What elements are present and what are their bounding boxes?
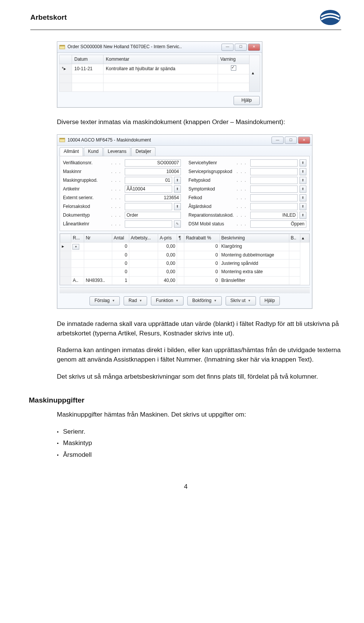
field-label: Reparationsstatuskod. [188,212,233,219]
col-header[interactable]: B.. [289,234,300,242]
col-kommentar[interactable]: Kommentar [104,55,218,64]
list-item: Årsmodell [57,450,341,460]
table-row[interactable]: ▸▾00,000Klargöring [60,242,309,251]
caret-down-icon: ▼ [139,299,142,303]
assist-lookup-icon[interactable]: ⬆ [300,212,306,219]
assist-lookup-icon[interactable]: ⬆ [174,177,181,184]
col-varning[interactable]: Varning [218,55,249,64]
field-input[interactable]: 01 [125,177,172,184]
vertical-scrollbar[interactable]: ▴ [300,234,309,242]
pencil-icon[interactable]: ✎ [174,220,181,228]
tab-detaljer[interactable]: Detaljer [131,147,155,156]
field-input[interactable]: ÅÅ10004 [125,186,172,193]
funktion-button[interactable]: Funktion▼ [151,296,184,305]
assist-lookup-icon[interactable]: ⬆ [300,159,306,167]
list-item: Maskintyp [57,439,341,448]
help-button[interactable]: Hjälp [234,96,260,105]
col-header[interactable]: Nr [84,234,112,242]
field-label: Externt serienr. [63,195,108,201]
tab-allmänt[interactable]: Allmänt [60,147,83,156]
comments-grid[interactable]: Datum Kommentar Varning ▴ *▸ 10-11-21 Ko… [59,55,260,92]
field-input[interactable]: Order [125,212,181,219]
window-icon [59,44,65,50]
col-datum[interactable]: Datum [72,55,104,64]
assist-lookup-icon[interactable]: ⬆ [300,168,306,175]
field-label: Låneartikelnr [63,221,108,227]
assist-lookup-icon[interactable]: ⬆ [300,203,306,210]
maximize-button[interactable]: ☐ [235,44,247,51]
field-label: Feltypskod [188,177,233,184]
field-input[interactable]: 10004 [125,168,181,175]
field-input[interactable]: Öppen [250,220,306,228]
form-row: Felkod. . .⬆ [188,194,306,201]
field-input[interactable]: SO000007 [125,159,181,167]
body-text: Diverse texter inmatas via maskindokumen… [57,118,341,127]
col-header[interactable]: Radrabatt % [184,234,220,242]
form-row: Maskingruppkod.. . .01⬆ [63,177,181,184]
field-label: Artikelnr [63,186,108,192]
table-row[interactable]: *▸ 10-11-21 Kontrollare att hjulbultar ä… [60,64,260,74]
minimize-button[interactable]: — [271,137,284,144]
minimize-button[interactable]: — [221,44,234,51]
col-header[interactable]: R... [71,234,84,242]
table-row[interactable]: 00,000Montering extra säte [60,268,309,276]
close-button[interactable]: ✕ [248,44,260,51]
col-header[interactable]: Beskrivning [220,234,289,242]
table-row[interactable] [60,83,260,91]
tab-leverans[interactable]: Leverans [104,147,130,156]
field-input[interactable] [250,203,298,210]
rad-button[interactable]: Rad▼ [124,296,147,305]
form-row: DSM Mobil status. . .Öppen [188,220,306,228]
dropdown-icon[interactable]: ▾ [72,244,79,250]
table-row[interactable]: A..NH8393..140,000Bränslefilter [60,276,309,285]
field-input[interactable]: INLED [250,212,298,219]
assist-lookup-icon[interactable]: ⬆ [300,194,306,201]
maximize-button[interactable]: ☐ [285,137,297,144]
form-row: Feltypskod. . .⬆ [188,177,306,184]
col-header[interactable]: ¶ [177,234,184,242]
field-input[interactable] [250,194,298,201]
field-label: Verifikationsnr. [63,160,108,166]
assist-lookup-icon[interactable]: ⬆ [174,203,181,210]
vertical-scrollbar[interactable]: ▴ [249,55,260,92]
skriv-ut-button[interactable]: Skriv ut▼ [226,296,256,305]
form-row: Verifikationsnr.. . .SO000007 [63,159,181,167]
list-item: Serienr. [57,427,341,437]
form-row: Reparationsstatuskod.. . .INLED⬆ [188,212,306,219]
field-label: Symptomkod [188,186,233,192]
table-row[interactable]: 00,000Montering dubbelmontage [60,251,309,259]
field-label: Maskingruppkod. [63,177,108,184]
field-input[interactable] [250,186,298,193]
hjälp-button[interactable]: Hjälp [260,296,280,305]
table-row[interactable] [60,74,260,83]
body-text: Maskinuppgifter hämtas från Maskinen. De… [57,410,341,420]
lines-grid[interactable]: R...NrAntalArbetsty...A-pris¶Radrabatt %… [60,234,309,285]
tab-kund[interactable]: Kund [84,147,103,156]
assist-lookup-icon[interactable]: ⬆ [174,186,181,193]
field-input[interactable]: 123654 [125,194,181,201]
förslag-button[interactable]: Förslag▼ [89,296,120,305]
caret-down-icon: ▼ [112,299,115,303]
field-input[interactable] [250,168,298,175]
col-header[interactable]: A-pris [158,234,177,242]
col-header[interactable]: Arbetsty... [129,234,158,242]
field-input[interactable] [250,177,298,184]
col-header[interactable]: Antal [112,234,129,242]
brand-logo [319,9,341,26]
horizontal-scrollbar[interactable] [60,287,310,293]
field-label: DSM Mobil status [188,221,233,227]
form-row: Artikelnr. . .ÅÅ10004⬆ [63,186,181,193]
caret-down-icon: ▼ [214,299,217,303]
field-input[interactable] [250,159,298,167]
field-label: Felorsakskod [63,203,108,210]
form-row: Låneartikelnr. . .✎ [63,220,181,228]
close-button[interactable]: ✕ [298,137,310,144]
assist-lookup-icon[interactable]: ⬆ [300,186,306,193]
field-input[interactable] [125,203,172,210]
checkbox-icon[interactable] [231,65,236,71]
table-row[interactable]: 00,000Justering spårvidd [60,259,309,267]
assist-lookup-icon[interactable]: ⬆ [300,177,306,184]
form-row: Symptomkod. . .⬆ [188,186,306,193]
field-input[interactable] [125,220,172,228]
bokföring-button[interactable]: Bokföring▼ [187,296,222,305]
